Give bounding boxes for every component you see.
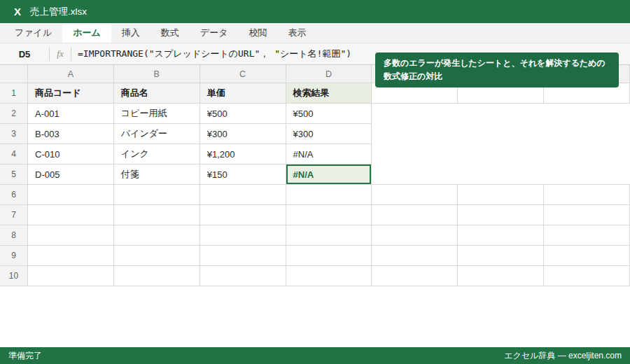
cell-C9[interactable] [200,246,286,266]
tab-review[interactable]: 校閲 [238,23,277,43]
cell-A1[interactable]: 商品コード [28,83,114,104]
cell-F9[interactable] [458,246,544,266]
cell-B5[interactable]: 付箋 [114,164,200,185]
cell-F7[interactable] [458,205,544,225]
row-header-6[interactable]: 6 [0,185,28,205]
cell-E2[interactable] [372,104,458,124]
cell-G4[interactable] [544,144,630,164]
cell-B8[interactable] [114,225,200,246]
cell-E10[interactable] [372,266,458,286]
row-header-9[interactable]: 9 [0,246,28,266]
cell-C8[interactable] [200,225,286,246]
cell-C3[interactable]: ¥300 [200,124,286,144]
app-logo-icon: X [14,6,21,18]
title-bar: X 売上管理.xlsx [0,0,630,23]
cell-C2[interactable]: ¥500 [200,104,286,124]
tab-home[interactable]: ホーム [62,23,111,43]
cell-F3[interactable] [458,124,544,144]
cell-G8[interactable] [544,225,630,246]
cell-G6[interactable] [544,185,630,205]
cell-F6[interactable] [458,185,544,205]
cell-D1[interactable]: 検索結果 [286,83,372,104]
cell-C1[interactable]: 単価 [200,83,286,104]
row-header-2[interactable]: 2 [0,104,28,124]
column-header-A[interactable]: A [28,65,114,83]
cell-B4[interactable]: インク [114,144,200,164]
cell-A3[interactable]: B-003 [28,124,114,144]
cell-E6[interactable] [372,185,458,205]
cell-C7[interactable] [200,205,286,225]
cell-D3[interactable]: ¥300 [286,124,372,144]
row-header-5[interactable]: 5 [0,164,28,185]
cell-D6[interactable] [286,185,372,205]
cell-E3[interactable] [372,124,458,144]
tab-view[interactable]: 表示 [277,23,316,43]
cell-B7[interactable] [114,205,200,225]
app-window: X 売上管理.xlsx ファイル ホーム 挿入 数式 データ 校閲 表示 D5 … [0,0,630,364]
status-bar: 準備完了 エクセル辞典 ― exceljiten.com [0,347,630,364]
cell-A8[interactable] [28,225,114,246]
cell-A9[interactable] [28,246,114,266]
cell-A2[interactable]: A-001 [28,104,114,124]
cell-C4[interactable]: ¥1,200 [200,144,286,164]
cell-A6[interactable] [28,185,114,205]
cell-G3[interactable] [544,124,630,144]
cell-B6[interactable] [114,185,200,205]
cell-D10[interactable] [286,266,372,286]
ribbon-tab-bar: ファイル ホーム 挿入 数式 データ 校閲 表示 [0,23,630,43]
row-header-7[interactable]: 7 [0,205,28,225]
tab-data[interactable]: データ [190,23,239,43]
cell-F2[interactable] [458,104,544,124]
cell-E8[interactable] [372,225,458,246]
name-box[interactable]: D5 [0,43,49,64]
cell-G10[interactable] [544,266,630,286]
cell-D9[interactable] [286,246,372,266]
tab-file[interactable]: ファイル [4,23,62,43]
cell-D2[interactable]: ¥500 [286,104,372,124]
cell-F10[interactable] [458,266,544,286]
cell-G2[interactable] [544,104,630,124]
status-branding-label: エクセル辞典 ― exceljiten.com [504,350,622,362]
cell-F8[interactable] [458,225,544,246]
cell-C5[interactable]: ¥150 [200,164,286,185]
row-header-4[interactable]: 4 [0,144,28,164]
cell-C10[interactable] [200,266,286,286]
cell-C6[interactable] [200,185,286,205]
cell-B10[interactable] [114,266,200,286]
cell-D8[interactable] [286,225,372,246]
cell-F4[interactable] [458,144,544,164]
cell-D4[interactable]: #N/A [286,144,372,164]
cell-G7[interactable] [544,205,630,225]
column-header-B[interactable]: B [114,65,200,83]
cell-A10[interactable] [28,266,114,286]
cell-D7[interactable] [286,205,372,225]
cell-A4[interactable]: C-010 [28,144,114,164]
cell-F5[interactable] [458,164,544,185]
status-ready-label: 準備完了 [8,350,42,362]
row-header-3[interactable]: 3 [0,124,28,144]
column-header-D[interactable]: D [286,65,372,83]
cell-A7[interactable] [28,205,114,225]
column-header-C[interactable]: C [200,65,286,83]
cell-D5[interactable]: #N/A [286,164,372,185]
cell-E4[interactable] [372,144,458,164]
cell-E7[interactable] [372,205,458,225]
error-comparison-tooltip: 多数のエラーが発生したシートと、それを解決するための数式修正の対比 [375,52,619,88]
tab-formulas[interactable]: 数式 [150,23,190,43]
select-all-corner[interactable] [0,65,28,83]
tab-insert[interactable]: 挿入 [111,23,150,43]
sheet-grid: ABCDEFG1商品コード商品名単価検索結果2A-001コピー用紙¥500¥50… [0,64,630,286]
fx-icon: fx [50,43,71,64]
row-header-8[interactable]: 8 [0,225,28,246]
cell-G5[interactable] [544,164,630,185]
row-header-1[interactable]: 1 [0,83,28,104]
cell-B2[interactable]: コピー用紙 [114,104,200,124]
cell-E9[interactable] [372,246,458,266]
cell-B1[interactable]: 商品名 [114,83,200,104]
cell-B9[interactable] [114,246,200,266]
cell-B3[interactable]: バインダー [114,124,200,144]
row-header-10[interactable]: 10 [0,266,28,286]
cell-E5[interactable] [372,164,458,185]
cell-A5[interactable]: D-005 [28,164,114,185]
cell-G9[interactable] [544,246,630,266]
